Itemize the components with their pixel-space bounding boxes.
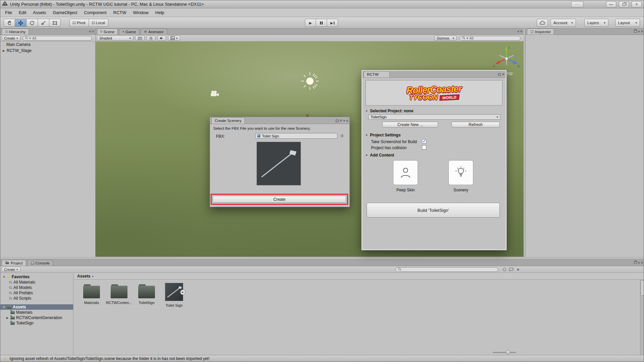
hierarchy-create-dropdown[interactable]: Create▾ [2, 36, 20, 41]
create-button[interactable]: Create [213, 196, 346, 203]
hierarchy-search-input[interactable]: ▾ All [22, 36, 92, 41]
menu-gameobject[interactable]: GameObject [49, 9, 80, 16]
project-create-dropdown[interactable]: Create▾ [2, 267, 20, 272]
tree-toiletsign[interactable]: ToiletSign [0, 320, 73, 326]
close-icon[interactable]: × [502, 72, 504, 76]
hierarchy-item-rctw-stage[interactable]: ▶ RCTW_Stage [0, 48, 95, 54]
close-icon[interactable]: × [340, 119, 342, 123]
build-button[interactable]: Build 'ToiletSign' [367, 203, 500, 218]
scale-tool-button[interactable] [38, 19, 49, 27]
selected-project-foldout[interactable]: ▼ Selected Project: none [365, 109, 413, 113]
create-new-button[interactable]: Create New ... [382, 122, 438, 127]
object-picker-icon[interactable]: ◎ [340, 133, 344, 138]
collapse-icon[interactable]: ▼ [2, 306, 6, 309]
tab-game[interactable]: ● Game [119, 28, 139, 35]
tab-animator[interactable]: ⚙ Animator [141, 28, 167, 35]
thumbnail-zoom-slider[interactable] [493, 352, 516, 353]
collision-checkbox[interactable] [422, 145, 426, 149]
cloud-collab-button[interactable] [537, 19, 548, 27]
rotate-tool-button[interactable] [26, 19, 38, 27]
asset-model-toilet-sign[interactable]: ▶ Toilet Sign [160, 283, 188, 307]
peep-skin-button[interactable] [393, 160, 418, 185]
expand-icon[interactable]: ▶ [6, 316, 9, 319]
play-button[interactable]: ▶ [305, 19, 316, 27]
favorite-all-scripts[interactable]: All Scripts [0, 296, 73, 301]
menu-rctw[interactable]: RCTW [110, 9, 130, 16]
project-select-dropdown[interactable]: ToiletSign ▾ [368, 114, 500, 120]
expand-arrow-icon[interactable]: ▶ [180, 290, 185, 295]
project-scrollbar[interactable] [640, 280, 644, 356]
restore-button[interactable] [619, 1, 629, 7]
move-tool-button[interactable] [15, 19, 26, 27]
menu-assets[interactable]: Assets [30, 9, 49, 16]
tree-rctwcontentgeneration[interactable]: ▶ RCTWContentGeneration [0, 315, 73, 320]
fbx-object-field[interactable]: Toilet Sign [255, 133, 337, 139]
search-by-type-button[interactable] [503, 268, 506, 271]
popout-icon[interactable] [498, 73, 501, 76]
tab-inspector[interactable]: ⓘ Inspector [527, 28, 554, 35]
pane-caret-icon[interactable]: ▾ [343, 119, 345, 122]
scenery-button[interactable] [448, 160, 473, 185]
gizmos-dropdown[interactable]: Gizmos▾ [434, 36, 457, 41]
tree-materials[interactable]: Materials [0, 310, 73, 315]
favorites-root[interactable]: ▼ ★ Favorites [0, 274, 73, 280]
take-screenshot-checkbox[interactable] [422, 139, 426, 143]
audio-toggle-button[interactable] [157, 36, 166, 41]
asset-folder-rctwcontentgeneration[interactable]: RCTWConten... [105, 283, 133, 307]
lighting-toggle-button[interactable] [147, 36, 155, 41]
popout-icon[interactable] [336, 120, 338, 122]
menu-window[interactable]: Window [130, 9, 152, 16]
tab-scene[interactable]: # Scene [97, 28, 118, 35]
pane-caret-icon[interactable]: ▾ [518, 30, 519, 33]
local-toggle-button[interactable]: Local [89, 19, 109, 27]
menu-help[interactable]: Help [152, 9, 168, 16]
step-button[interactable]: ▶ [327, 19, 338, 27]
minimize-button[interactable]: — [606, 1, 616, 7]
pane-caret-icon[interactable]: ▾ [89, 30, 91, 33]
lock-icon[interactable] [634, 261, 637, 264]
project-settings-foldout[interactable]: ▼ Project Settings [365, 133, 400, 137]
tab-project[interactable]: Project [2, 260, 26, 266]
scene-search-input[interactable]: ▾ All [460, 36, 521, 41]
layers-dropdown[interactable]: Layers▾ [584, 19, 608, 27]
pane-menu-icon[interactable]: ≡ [92, 29, 94, 33]
pane-menu-icon[interactable]: ≡ [520, 29, 522, 33]
scrollbar-thumb[interactable] [641, 280, 644, 296]
shading-mode-dropdown[interactable]: Shaded▾ [97, 36, 133, 41]
pane-caret-icon[interactable]: ▾ [638, 261, 640, 264]
pane-menu-icon[interactable]: ≡ [641, 29, 643, 33]
camera-gizmo[interactable] [210, 90, 219, 98]
tree-assets-root[interactable]: ▼ Assets [0, 304, 73, 310]
asset-folder-materials[interactable]: Materials [78, 283, 105, 307]
expand-icon[interactable]: ▶ [2, 49, 5, 52]
rctw-tab[interactable]: RCTW [364, 71, 390, 77]
touch-keyboard-button[interactable]: ··· [571, 1, 583, 7]
save-search-button[interactable]: ★ [516, 267, 520, 272]
directional-light-gizmo[interactable] [298, 69, 322, 94]
layout-dropdown[interactable]: Layout▾ [615, 19, 640, 27]
2d-toggle-button[interactable]: 2D [135, 36, 145, 41]
lock-icon[interactable] [634, 30, 637, 33]
create-scenery-tab[interactable]: Create Scenery [211, 117, 245, 124]
add-content-foldout[interactable]: ▼ Add Content [365, 153, 394, 158]
menu-file[interactable]: File [2, 9, 15, 16]
pivot-toggle-button[interactable]: Pivot [69, 19, 89, 27]
asset-folder-toiletsign[interactable]: ToiletSign [133, 283, 160, 307]
pane-caret-icon[interactable]: ▾ [638, 30, 640, 33]
zoom-slider-knob[interactable] [506, 350, 510, 354]
pane-menu-icon[interactable]: ≡ [641, 261, 643, 264]
hierarchy-item-main-camera[interactable]: Main Camera [0, 42, 95, 48]
effects-dropdown[interactable]: ▾ [168, 36, 180, 41]
pan-tool-button[interactable] [4, 19, 15, 27]
tab-hierarchy[interactable]: ☰ Hierarchy [2, 28, 29, 35]
refresh-button[interactable]: Refresh [451, 122, 500, 127]
rect-tool-button[interactable] [49, 19, 61, 27]
favorite-all-materials[interactable]: All Materials [0, 280, 73, 285]
pane-menu-icon[interactable]: ≡ [346, 119, 348, 123]
menu-edit[interactable]: Edit [15, 9, 30, 16]
menu-component[interactable]: Component [80, 9, 110, 16]
project-search-input[interactable] [395, 267, 498, 272]
collapse-icon[interactable]: ▼ [2, 276, 6, 279]
search-by-label-button[interactable] [509, 268, 514, 271]
account-dropdown[interactable]: Account▾ [550, 19, 576, 27]
